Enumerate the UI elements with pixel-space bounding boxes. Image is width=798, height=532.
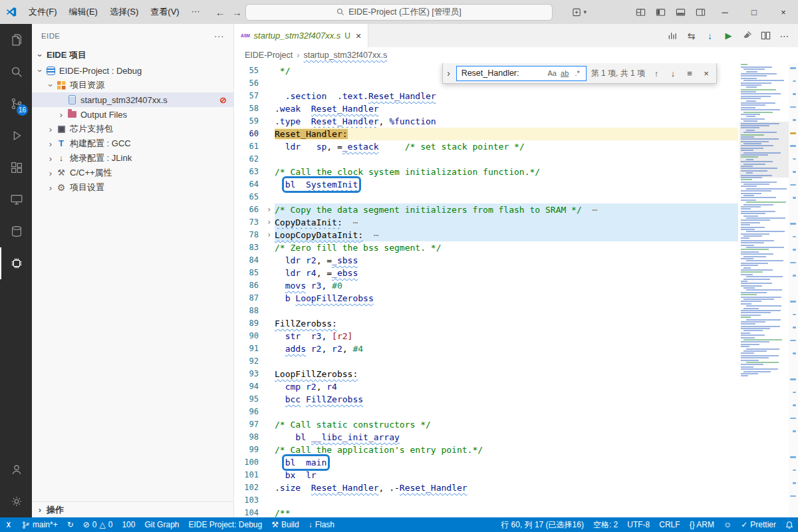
breadcrumb-project[interactable]: EIDE-Project: [245, 51, 293, 60]
run-icon[interactable]: ▶: [720, 27, 737, 44]
tree-item-startup_stm32f407xx-s[interactable]: startup_stm32f407xx.s⊘: [32, 92, 233, 107]
menu-item-4[interactable]: ···: [186, 3, 206, 21]
overview-ruler[interactable]: [789, 63, 798, 517]
activitybar-eide[interactable]: [0, 247, 32, 279]
code-line-104[interactable]: 104/**: [234, 507, 738, 517]
match-case-icon[interactable]: Aa: [547, 69, 558, 77]
code-line-60[interactable]: 60Reset_Handler:: [234, 128, 738, 140]
code-line-101[interactable]: 101 bx lr: [234, 469, 738, 481]
status-encoding[interactable]: UTF-8: [622, 517, 654, 532]
find-close-icon[interactable]: ×: [700, 66, 713, 80]
tree-item--[interactable]: ›芯片支持包: [32, 122, 233, 136]
activitybar-search[interactable]: [0, 56, 32, 88]
command-center-search[interactable]: EIDE-Project (工作区) [管理员]: [245, 4, 553, 21]
code-line-91[interactable]: 91 adds r2, r2, #4: [234, 342, 738, 355]
status-language-mode[interactable]: {} ARM: [685, 517, 719, 532]
code-line-97[interactable]: 97/* Call static constructors */: [234, 418, 738, 431]
find-previous-icon[interactable]: ↑: [650, 66, 663, 80]
status-status-100[interactable]: 100: [117, 517, 140, 532]
status-remote[interactable]: [0, 517, 17, 532]
code-line-61[interactable]: 61 ldr sp, =_estack /* set stack pointer…: [234, 140, 738, 153]
code-line-102[interactable]: 102.size Reset_Handler, .-Reset_Handler: [234, 481, 738, 494]
tree-item-output-files[interactable]: ›Output Files: [32, 107, 233, 122]
tree-item--jlink[interactable]: ›↓烧录配置 : JLink: [32, 151, 233, 166]
menu-item-3[interactable]: 查看(V): [144, 3, 185, 21]
activitybar-account[interactable]: [0, 454, 32, 485]
tab-close-icon[interactable]: ×: [356, 31, 361, 41]
code-line-86[interactable]: 86 movs r3, #0: [234, 279, 738, 292]
activitybar-containers[interactable]: [0, 215, 32, 247]
code-line-62[interactable]: 62: [234, 153, 738, 166]
status-prettier[interactable]: ✓Prettier: [736, 517, 781, 532]
status-cursor-position[interactable]: 行 60, 列 17 (已选择16): [496, 517, 589, 532]
toggle-secondary-sidebar-icon[interactable]: [690, 3, 710, 21]
status-git-graph[interactable]: Git Graph: [140, 517, 184, 532]
code-line-85[interactable]: 85 ldr r4, =_ebss: [234, 267, 738, 279]
graph-config-icon[interactable]: [664, 27, 681, 44]
toggle-sidebar-icon[interactable]: [650, 3, 670, 21]
code-line-78[interactable]: 78›LoopCopyDataInit: ⋯: [234, 229, 738, 241]
code-line-84[interactable]: 84 ldr r2, =_sbss: [234, 254, 738, 267]
status-notifications[interactable]: [781, 517, 798, 532]
nav-forward-icon[interactable]: →: [232, 7, 242, 18]
status-eol[interactable]: CRLF: [654, 517, 684, 532]
code-line-87[interactable]: 87 b LoopFillZerobss: [234, 292, 738, 305]
menu-item-2[interactable]: 选择(S): [104, 3, 144, 21]
tree-item-eide-project-debug[interactable]: ›EIDE-Project : Debug: [32, 63, 233, 78]
breadcrumb-file[interactable]: startup_stm32f407xx.s: [303, 51, 387, 60]
flash-download-icon[interactable]: ↓: [702, 27, 718, 44]
tree-item--[interactable]: ›项目资源: [32, 78, 233, 92]
whole-word-icon[interactable]: ab: [559, 69, 571, 77]
activitybar-extensions[interactable]: [0, 152, 32, 184]
find-input[interactable]: Reset_Handler: Aa ab .*: [456, 66, 587, 81]
code-line-65[interactable]: 65: [234, 191, 738, 203]
tab-startup-stm32f407xx[interactable]: ASM startup_stm32f407xx.s U ×: [234, 24, 368, 47]
code-line-59[interactable]: 59.type Reset_Handler, %function: [234, 115, 738, 128]
code-line-96[interactable]: 96: [234, 406, 738, 418]
sidebar-section-eide-project[interactable]: › EIDE 项目: [32, 47, 233, 63]
tree-item--gcc[interactable]: ›T构建配置 : GCC: [32, 136, 233, 151]
fold-indicator-icon[interactable]: ›: [263, 203, 275, 216]
menu-item-0[interactable]: 文件(F): [23, 3, 63, 21]
activitybar-remote-explorer[interactable]: [0, 184, 32, 215]
sidebar-section-actions[interactable]: › 操作: [32, 501, 233, 517]
find-next-icon[interactable]: ↓: [666, 66, 680, 80]
maximize-button[interactable]: □: [739, 0, 769, 24]
minimize-button[interactable]: ─: [710, 0, 739, 24]
status-build[interactable]: ⚒Build: [267, 517, 303, 532]
code-line-63[interactable]: 63/* Call the clock system initializatio…: [234, 166, 738, 178]
code-line-64[interactable]: 64 bl SystemInit: [234, 178, 738, 191]
code-line-83[interactable]: 83/* Zero fill the bss segment. */: [234, 241, 738, 254]
status-git-branch[interactable]: main*+: [17, 517, 63, 532]
code-line-93[interactable]: 93LoopFillZerobss:: [234, 368, 738, 380]
code-line-57[interactable]: 57 .section .text.Reset_Handler: [234, 90, 738, 102]
status-flash[interactable]: ↓Flash: [304, 517, 339, 532]
status-feedback[interactable]: ☺: [719, 517, 736, 532]
fold-indicator-icon[interactable]: ›: [263, 229, 275, 241]
close-button[interactable]: ×: [769, 0, 798, 24]
tree-item-c-c-[interactable]: ›⚒C/C++属性: [32, 166, 233, 180]
menu-item-1[interactable]: 编辑(E): [63, 3, 104, 21]
code-line-99[interactable]: 99/* Call the application's entry point.…: [234, 444, 738, 456]
nav-back-icon[interactable]: ←: [215, 7, 225, 18]
code-line-73[interactable]: 73›CopyDataInit: ⋯: [234, 216, 738, 229]
code-line-94[interactable]: 94 cmp r2, r4: [234, 380, 738, 393]
code-line-98[interactable]: 98 bl __libc_init_array: [234, 431, 738, 444]
more-actions-icon[interactable]: ⋯: [776, 27, 793, 44]
tree-item--[interactable]: ›⚙项目设置: [32, 180, 233, 195]
clean-icon[interactable]: [739, 27, 755, 44]
regex-icon[interactable]: .*: [572, 69, 583, 77]
split-editor-icon[interactable]: [757, 27, 774, 44]
sidebar-more-actions-icon[interactable]: ···: [214, 31, 224, 41]
compare-changes-icon[interactable]: ⇆: [683, 27, 700, 44]
toggle-replace-icon[interactable]: ›: [445, 68, 453, 78]
code-line-103[interactable]: 103: [234, 494, 738, 507]
minimap[interactable]: [739, 63, 789, 517]
code-line-90[interactable]: 90 str r3, [r2]: [234, 330, 738, 342]
code-line-95[interactable]: 95 bcc FillZerobss: [234, 393, 738, 406]
toggle-panel-icon[interactable]: [670, 3, 690, 21]
find-in-selection-icon[interactable]: ≡: [683, 66, 696, 80]
titlebar-extra-action[interactable]: ▾: [572, 7, 587, 17]
activitybar-explorer[interactable]: [0, 24, 32, 56]
code-line-89[interactable]: 89FillZerobss:: [234, 317, 738, 330]
